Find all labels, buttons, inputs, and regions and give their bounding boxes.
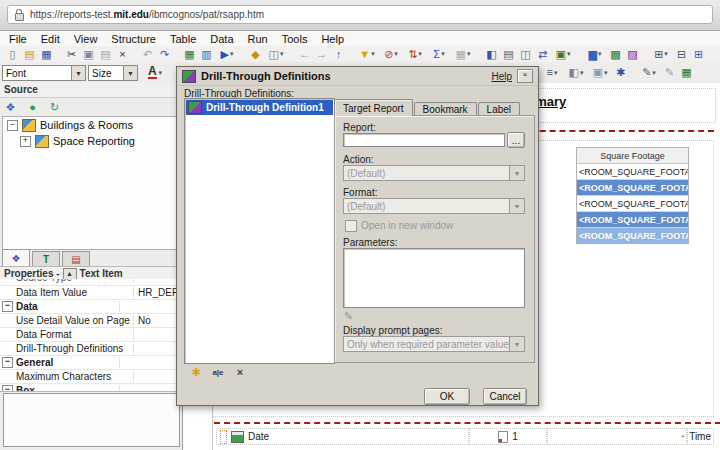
chevron-down-icon[interactable]: ▼ [71,66,85,80]
paste-icon[interactable]: ▤ [97,47,114,62]
style-variable-icon[interactable]: ✱ [612,65,629,80]
table-row[interactable]: <ROOM_SQUARE_FOOTAGE> [577,180,688,196]
chart-icon[interactable]: ▆ [583,47,607,62]
table-icon[interactable]: ⊞ [649,47,673,62]
definitions-list[interactable]: Drill-Through Definition1 [184,98,335,364]
suppress-icon[interactable]: ⊘ [379,47,403,62]
select-ancestor-icon[interactable]: ▲ [63,268,77,280]
rename-definition-icon[interactable]: a|e [210,365,226,380]
filter-icon[interactable]: ▼ [355,47,379,62]
menu-data[interactable]: Data [203,33,240,45]
go-up-icon[interactable]: ↑ [330,47,347,62]
list-style-icon[interactable]: ≡ [540,65,564,80]
footer-time-cell[interactable]: ◔ Time [687,428,714,445]
page-layout-icon[interactable]: ◫ [264,47,288,62]
copy-style-icon[interactable]: ▣ [588,65,612,80]
delete-icon[interactable]: × [114,47,131,62]
property-row-maximum-characters[interactable]: Maximum Characters [0,370,182,384]
menu-help[interactable]: Help [314,33,351,45]
property-row-drill-through-definitions[interactable]: Drill-Through Definitions [0,342,182,356]
definition-item-1[interactable]: Drill-Through Definition1 [186,100,333,115]
close-icon[interactable]: × [517,69,533,83]
property-group-data[interactable]: Data [0,300,182,314]
help-link[interactable]: Help [491,71,512,82]
property-row-data-item-value[interactable]: Data Item Value HR_DEPARTM [0,286,182,300]
image-icon[interactable]: ▨ [624,47,641,62]
chevron-down-icon[interactable]: ▼ [123,66,137,80]
tab-toolbox[interactable]: ▤ [62,251,90,266]
property-row-source-type[interactable]: Source Type [0,279,182,286]
copy-icon[interactable]: ▣ [80,47,97,62]
menu-table[interactable]: Table [163,33,203,45]
insert-object-icon[interactable]: ▣ [551,47,575,62]
run-report-icon[interactable]: ▶ [215,47,239,62]
footer-spacer-cell[interactable] [547,428,687,445]
insertable-objects-icon[interactable]: ❖ [4,100,17,115]
redo-icon[interactable]: ↷ [156,47,173,62]
group-expander-icon[interactable] [2,357,13,368]
edit-package-icon[interactable]: ● [26,100,39,115]
property-row-use-detail-value[interactable]: Use Detail Value on Page No [0,314,182,328]
property-row-data-format[interactable]: Data Format [0,328,182,342]
new-definition-icon[interactable]: ✱ [189,365,203,380]
table-row[interactable]: <ROOM_SQUARE_FOOTAGE> [577,196,688,212]
dialog-title-bar[interactable]: Drill-Through Definitions Help × [177,67,538,86]
header-footer-icon[interactable]: ◫ [517,47,534,62]
tab-label[interactable]: Label [478,102,520,116]
back-icon[interactable]: ← [296,47,313,62]
help-icon[interactable]: ? [715,47,720,62]
condition-explorer-icon[interactable]: ▦ [678,65,695,80]
section-icon[interactable]: ◧ [483,47,500,62]
table-row[interactable]: <ROOM_SQUARE_FOOTAGE> [577,212,688,228]
report-field[interactable] [343,133,505,147]
menu-run[interactable]: Run [241,33,275,45]
summarize-icon[interactable]: Σ [427,47,451,62]
forward-icon[interactable]: → [313,47,330,62]
export-excel-icon[interactable]: ▦ [181,47,198,62]
tab-bookmark[interactable]: Bookmark [414,102,477,116]
cut-icon[interactable]: ✂ [63,47,80,62]
delete-definition-icon[interactable]: × [233,365,247,380]
swap-rows-columns-icon[interactable]: ⇄ [534,47,551,62]
tree-expander-icon[interactable] [20,136,31,147]
font-size-select[interactable]: Size▼ [88,65,138,81]
tree-item-space-reporting[interactable]: Space Reporting [3,133,180,149]
table-row[interactable]: <ROOM_SQUARE_FOOTAGE> [577,228,688,243]
undo-icon[interactable]: ↶ [139,47,156,62]
master-detail-icon[interactable]: ⊟ [673,47,690,62]
column-header[interactable]: Square Footage [577,148,688,164]
pick-style-icon[interactable]: ✎ [637,65,661,80]
table-row[interactable]: <ROOM_SQUARE_FOOTAGE> [577,164,688,180]
aggregate-icon[interactable]: ▦ [451,47,475,62]
refresh-package-icon[interactable]: ↻ [48,100,61,115]
headers-icon[interactable]: ▤ [500,47,517,62]
menu-file[interactable]: File [2,33,34,45]
structure-tree-icon[interactable]: ⊞ [690,47,707,62]
new-report-icon[interactable]: ▯ [4,47,21,62]
sort-icon[interactable]: ⇅ [403,47,427,62]
browse-report-button[interactable]: ... [507,132,525,148]
group-expander-icon[interactable] [2,301,13,312]
apply-style-icon[interactable]: ✎ [661,65,678,80]
menu-structure[interactable]: Structure [104,33,163,45]
cancel-button[interactable]: Cancel [483,388,527,405]
address-bar[interactable]: https://reports-test.mit.edu/ibmcognos/p… [7,5,713,24]
menu-edit[interactable]: Edit [34,33,67,45]
font-color-button[interactable]: A [141,65,169,80]
group-expander-icon[interactable] [2,385,13,392]
footer-page-number-cell[interactable]: 1 [469,428,547,445]
open-report-icon[interactable]: ▤ [21,47,38,62]
footer-date-cell[interactable]: Date [216,428,469,445]
property-group-box[interactable]: Box [0,384,182,392]
xml-icon[interactable]: ▥ [198,47,215,62]
map-icon[interactable]: ▩ [607,47,624,62]
tree-expander-icon[interactable] [7,120,18,131]
ok-button[interactable]: OK [424,388,470,405]
lock-page-objects-icon[interactable]: ◆ [247,47,264,62]
property-group-general[interactable]: General [0,356,182,370]
font-family-select[interactable]: Font▼ [2,65,86,81]
tab-target-report[interactable]: Target Report [334,99,413,116]
tab-data-items[interactable]: T [32,251,60,266]
menu-view[interactable]: View [67,33,105,45]
tree-item-buildings-and-rooms[interactable]: Buildings & Rooms [3,117,180,133]
